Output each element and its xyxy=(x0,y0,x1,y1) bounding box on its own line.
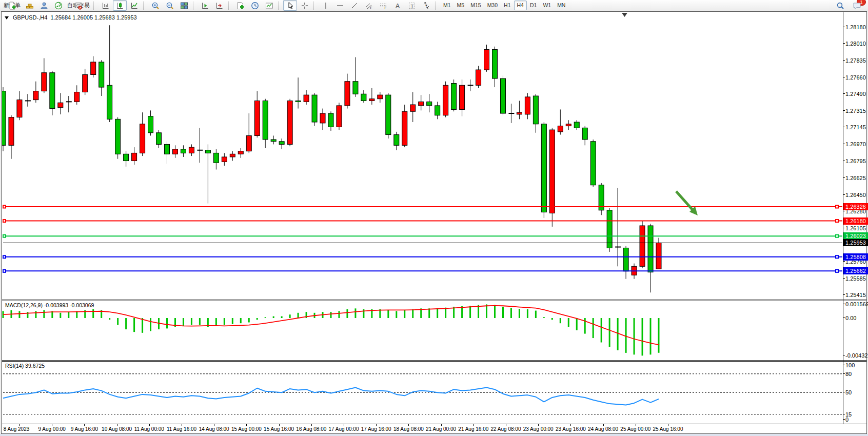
search-button[interactable] xyxy=(833,0,847,11)
equidistant-channel-button[interactable]: E xyxy=(362,0,376,11)
timeframe-d1[interactable]: D1 xyxy=(527,1,540,10)
bar-chart-button[interactable] xyxy=(98,0,112,11)
candle-body xyxy=(222,157,227,162)
price-tick-label: 1.27145 xyxy=(845,124,866,130)
text-label-button[interactable]: T xyxy=(405,0,419,11)
chat-bubble-icon xyxy=(853,2,861,10)
accounts-button[interactable] xyxy=(37,0,51,11)
line-handle-center xyxy=(4,270,5,272)
chart-shift-icon xyxy=(201,2,209,10)
notifications-button[interactable]: 1 xyxy=(850,0,864,11)
candle-body xyxy=(50,73,55,109)
chart-shift-button[interactable] xyxy=(198,0,212,11)
candle-body xyxy=(320,113,325,123)
time-label: 24 Aug 08:00 xyxy=(588,426,618,432)
candle-body xyxy=(263,101,268,140)
timeframe-m30[interactable]: M30 xyxy=(484,1,501,10)
auto-trading-button[interactable]: 自动交易 xyxy=(66,0,91,11)
timeframe-m15[interactable]: M15 xyxy=(467,1,484,10)
zoom-in-icon xyxy=(151,2,160,10)
toolbar-separator xyxy=(313,2,316,10)
time-label: 25 Aug 16:00 xyxy=(653,426,683,432)
candle-body xyxy=(181,149,186,153)
chart-menu-icon[interactable] xyxy=(5,16,9,19)
price-tick-label: 1.27490 xyxy=(845,91,866,97)
arrows-tool-button[interactable]: ▼ xyxy=(419,0,433,11)
candle-body xyxy=(607,210,612,248)
new-order-button[interactable]: 新订单 xyxy=(2,0,22,11)
auto-scroll-button[interactable] xyxy=(212,0,226,11)
price-tick-label: 1.26625 xyxy=(845,175,866,181)
price-tick-label: 1.26795 xyxy=(845,158,866,164)
candle-body xyxy=(443,85,448,115)
vertical-line-button[interactable] xyxy=(319,0,332,11)
candle-body xyxy=(156,133,162,145)
candle-body xyxy=(345,82,350,106)
timeframe-m5[interactable]: M5 xyxy=(454,1,468,10)
cursor-button[interactable] xyxy=(283,0,297,11)
zoom-in-button[interactable] xyxy=(148,0,162,11)
time-label: 23 Aug 16:00 xyxy=(556,426,586,432)
line-handle-center xyxy=(836,256,838,257)
equidistant-channel-icon: E xyxy=(365,2,373,10)
horizontal-line-button[interactable] xyxy=(333,0,347,11)
candle-body xyxy=(378,95,383,99)
window-bottom-strip xyxy=(0,434,868,436)
candle-body xyxy=(279,142,284,145)
timeframe-h1[interactable]: H1 xyxy=(501,1,514,10)
candle-body xyxy=(353,82,358,94)
fibonacci-icon: F xyxy=(379,2,387,10)
candle-body xyxy=(230,154,235,157)
candlestick-chart-icon xyxy=(116,2,124,10)
price-tick-label: 1.27660 xyxy=(845,74,866,81)
user-icon xyxy=(40,2,48,10)
rsi-axis-label: 100 xyxy=(845,362,855,368)
toolbar-separator xyxy=(143,2,146,10)
pane-separator[interactable] xyxy=(2,360,866,361)
line-handle-center xyxy=(4,206,5,207)
bar-chart-icon xyxy=(102,2,110,10)
timeframe-h4[interactable]: H4 xyxy=(514,1,527,10)
indicators-button[interactable]: ▼ xyxy=(233,0,247,11)
candle-body xyxy=(558,126,563,132)
timeframe-w1[interactable]: W1 xyxy=(540,1,554,10)
timeframe-mn[interactable]: MN xyxy=(554,1,568,10)
trendline-button[interactable] xyxy=(347,0,361,11)
time-label: 11 Aug 16:00 xyxy=(167,426,196,432)
new-order-icon xyxy=(8,2,16,10)
signals-button[interactable] xyxy=(51,0,65,11)
time-label: 10 Aug 08:00 xyxy=(102,426,132,432)
line-handle-center xyxy=(836,235,838,237)
macd-pane[interactable] xyxy=(2,301,843,360)
templates-button[interactable]: ▼ xyxy=(262,0,276,11)
main-chart-pane[interactable] xyxy=(2,12,843,300)
cursor-arrow-icon xyxy=(286,2,294,10)
tile-windows-button[interactable] xyxy=(177,0,191,11)
candle-body xyxy=(451,83,457,109)
fibonacci-button[interactable]: F xyxy=(376,0,390,11)
macd-signal-line xyxy=(3,306,659,345)
zoom-out-button[interactable] xyxy=(163,0,176,11)
candlestick-chart-button[interactable] xyxy=(113,0,127,11)
time-label: 8 Aug 2023 xyxy=(4,426,30,432)
rsi-value: 39.6725 xyxy=(25,363,45,369)
time-label: 21 Aug 16:00 xyxy=(458,426,488,432)
gold-bars-icon xyxy=(26,2,34,10)
rsi-pane[interactable] xyxy=(2,361,843,424)
periods-button[interactable]: ▼ xyxy=(248,0,262,11)
candle-body xyxy=(328,113,333,127)
candle-body xyxy=(83,75,88,92)
market-watch-button[interactable] xyxy=(23,0,36,11)
candle-body xyxy=(648,226,653,272)
candle-body xyxy=(549,130,555,213)
pane-separator[interactable] xyxy=(2,300,866,300)
chart-shift-marker[interactable] xyxy=(622,13,627,17)
text-button[interactable]: A xyxy=(390,0,404,11)
search-icon xyxy=(836,2,844,10)
line-chart-button[interactable] xyxy=(127,0,141,11)
timeframe-m1[interactable]: M1 xyxy=(440,1,454,10)
crosshair-button[interactable] xyxy=(298,0,311,11)
macd-axis-label: 0.001569 xyxy=(845,301,868,307)
macd-axis-label: 0.00 xyxy=(845,315,856,321)
candle-body xyxy=(91,62,96,75)
